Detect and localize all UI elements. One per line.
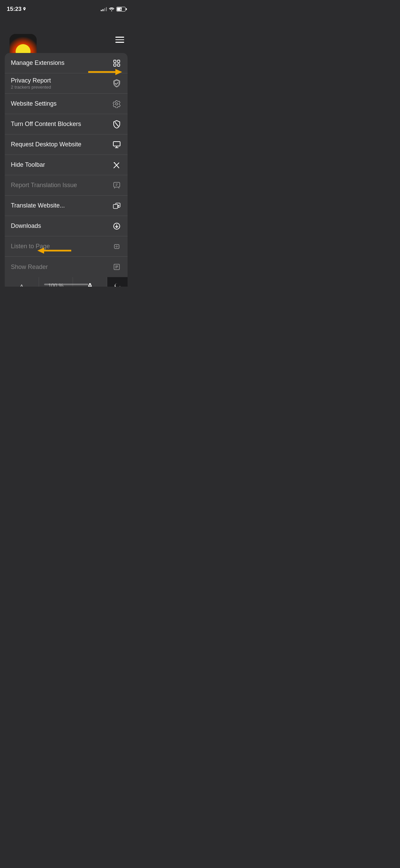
status-bar: 15:23 62: [0, 0, 132, 15]
menu-label: Privacy Report: [11, 77, 51, 84]
svg-line-6: [115, 122, 118, 126]
menu-item-translate[interactable]: Translate Website... A 文: [5, 196, 128, 216]
desktop-icon: [112, 140, 121, 149]
menu-item-downloads[interactable]: Downloads: [5, 216, 128, 236]
menu-label: Turn Off Content Blockers: [11, 121, 81, 128]
translate-icon: A 文: [112, 201, 121, 211]
signal-icon: [101, 7, 107, 11]
svg-rect-4: [114, 64, 116, 66]
time-display: 15:23: [7, 6, 21, 13]
menu-label: Show Reader: [11, 264, 48, 271]
download-icon: [112, 221, 121, 231]
svg-rect-13: [114, 182, 120, 187]
decrease-font-button[interactable]: A: [5, 277, 39, 287]
home-indicator: [44, 284, 88, 285]
wifi-icon: [109, 7, 114, 11]
shield-icon: [112, 79, 121, 88]
menu-item-show-reader[interactable]: Show Reader: [5, 257, 128, 277]
block-icon: [112, 120, 121, 129]
svg-rect-21: [113, 204, 118, 209]
menu-label: Hide Toolbar: [11, 161, 45, 168]
svg-rect-3: [117, 60, 120, 62]
arrow-aa: [37, 246, 71, 255]
reader-icon: [112, 262, 121, 272]
menu-item-hide-toolbar[interactable]: Hide Toolbar: [5, 155, 128, 175]
menu-item-request-desktop[interactable]: Request Desktop Website: [5, 134, 128, 155]
translation-report-icon: [112, 181, 121, 190]
hide-toolbar-icon: [112, 160, 121, 170]
menu-item-content-blockers[interactable]: Turn Off Content Blockers: [5, 114, 128, 134]
arrow-manage-extensions: [88, 67, 122, 77]
status-time: 15:23: [7, 6, 26, 13]
menu-label: Report Translation Issue: [11, 182, 77, 189]
extensions-icon: [112, 58, 121, 68]
status-icons: 62: [101, 7, 126, 12]
battery-icon: 62: [116, 7, 126, 12]
svg-rect-2: [114, 60, 116, 62]
svg-marker-32: [37, 248, 44, 254]
svg-rect-7: [113, 142, 120, 146]
moon-icon: [114, 282, 121, 287]
dark-mode-button[interactable]: [107, 277, 128, 287]
gear-icon: [112, 99, 121, 109]
location-icon: [23, 7, 26, 11]
menu-label: Request Desktop Website: [11, 141, 81, 148]
menu-item-report-translation[interactable]: Report Translation Issue: [5, 175, 128, 196]
menu-item-website-settings[interactable]: Website Settings: [5, 94, 128, 114]
menu-sublabel: 2 trackers prevented: [11, 85, 51, 90]
svg-rect-5: [117, 64, 120, 66]
hamburger-button[interactable]: [115, 37, 124, 43]
menu-label: Manage Extensions: [11, 59, 64, 67]
menu-label: Website Settings: [11, 100, 57, 107]
svg-marker-1: [115, 69, 122, 75]
listen-icon: [112, 242, 121, 251]
menu-label: Downloads: [11, 222, 41, 230]
menu-label: Translate Website...: [11, 202, 65, 209]
